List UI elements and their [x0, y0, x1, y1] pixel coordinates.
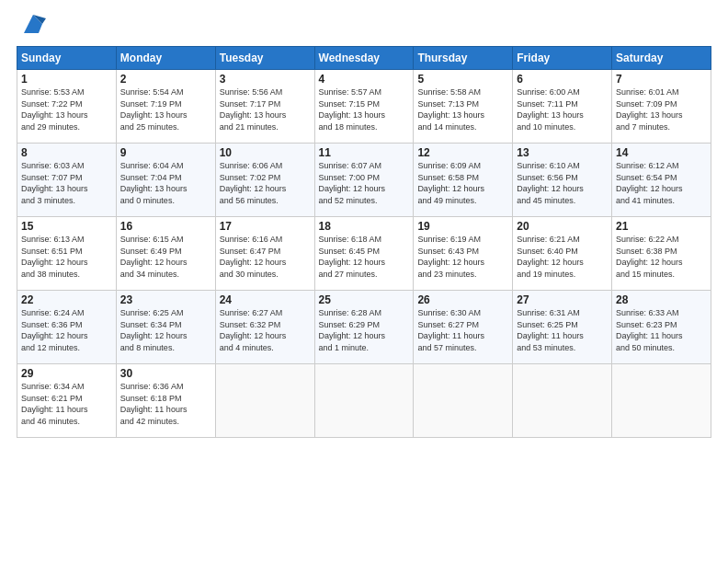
- day-number: 8: [21, 146, 112, 159]
- day-number: 16: [120, 220, 211, 233]
- logo: [17, 15, 46, 37]
- calendar-cell: [414, 364, 513, 438]
- day-number: 30: [120, 367, 211, 380]
- calendar-cell: 6Sunrise: 6:00 AMSunset: 7:11 PMDaylight…: [513, 70, 612, 144]
- day-info: Sunrise: 6:34 AMSunset: 6:21 PMDaylight:…: [21, 381, 112, 427]
- day-number: 3: [220, 73, 311, 86]
- day-info: Sunrise: 6:00 AMSunset: 7:11 PMDaylight:…: [517, 86, 608, 132]
- day-info: Sunrise: 6:24 AMSunset: 6:36 PMDaylight:…: [21, 307, 112, 353]
- day-info: Sunrise: 6:15 AMSunset: 6:49 PMDaylight:…: [120, 234, 211, 280]
- calendar-header-saturday: Saturday: [612, 47, 711, 70]
- calendar-header-thursday: Thursday: [414, 47, 513, 70]
- calendar-header-monday: Monday: [116, 47, 215, 70]
- calendar-week-2: 8Sunrise: 6:03 AMSunset: 7:07 PMDaylight…: [17, 144, 711, 217]
- calendar-cell: 4Sunrise: 5:57 AMSunset: 7:15 PMDaylight…: [314, 70, 414, 144]
- calendar-cell: 1Sunrise: 5:53 AMSunset: 7:22 PMDaylight…: [17, 70, 117, 144]
- calendar-cell: 5Sunrise: 5:58 AMSunset: 7:13 PMDaylight…: [414, 70, 513, 144]
- day-number: 29: [21, 367, 112, 380]
- day-info: Sunrise: 6:30 AMSunset: 6:27 PMDaylight:…: [417, 307, 508, 353]
- day-info: Sunrise: 6:09 AMSunset: 6:58 PMDaylight:…: [417, 160, 508, 206]
- calendar-cell: 3Sunrise: 5:56 AMSunset: 7:17 PMDaylight…: [215, 70, 314, 144]
- calendar-cell: 27Sunrise: 6:31 AMSunset: 6:25 PMDayligh…: [513, 291, 612, 364]
- calendar-cell: 17Sunrise: 6:16 AMSunset: 6:47 PMDayligh…: [215, 217, 314, 291]
- day-info: Sunrise: 6:16 AMSunset: 6:47 PMDaylight:…: [220, 234, 311, 280]
- calendar-cell: 7Sunrise: 6:01 AMSunset: 7:09 PMDaylight…: [612, 70, 711, 144]
- day-number: 17: [220, 220, 311, 233]
- day-number: 21: [616, 220, 707, 233]
- calendar-cell: 13Sunrise: 6:10 AMSunset: 6:56 PMDayligh…: [513, 144, 612, 217]
- day-number: 25: [319, 293, 410, 306]
- page-header: [17, 15, 711, 37]
- day-info: Sunrise: 5:54 AMSunset: 7:19 PMDaylight:…: [120, 86, 211, 132]
- calendar-week-5: 29Sunrise: 6:34 AMSunset: 6:21 PMDayligh…: [17, 364, 711, 438]
- day-number: 12: [417, 146, 508, 159]
- calendar-cell: 2Sunrise: 5:54 AMSunset: 7:19 PMDaylight…: [116, 70, 215, 144]
- day-number: 9: [120, 146, 211, 159]
- calendar-cell: 22Sunrise: 6:24 AMSunset: 6:36 PMDayligh…: [17, 291, 117, 364]
- calendar-header-friday: Friday: [513, 47, 612, 70]
- calendar-cell: [215, 364, 314, 438]
- calendar-cell: 16Sunrise: 6:15 AMSunset: 6:49 PMDayligh…: [116, 217, 215, 291]
- calendar-cell: 29Sunrise: 6:34 AMSunset: 6:21 PMDayligh…: [17, 364, 117, 438]
- day-number: 18: [319, 220, 410, 233]
- calendar-cell: 10Sunrise: 6:06 AMSunset: 7:02 PMDayligh…: [215, 144, 314, 217]
- day-info: Sunrise: 6:33 AMSunset: 6:23 PMDaylight:…: [616, 307, 707, 353]
- calendar-cell: 21Sunrise: 6:22 AMSunset: 6:38 PMDayligh…: [612, 217, 711, 291]
- day-info: Sunrise: 5:58 AMSunset: 7:13 PMDaylight:…: [417, 86, 508, 132]
- day-number: 24: [220, 293, 311, 306]
- calendar-cell: [314, 364, 414, 438]
- day-info: Sunrise: 6:03 AMSunset: 7:07 PMDaylight:…: [21, 160, 112, 206]
- day-number: 10: [220, 146, 311, 159]
- day-number: 22: [21, 293, 112, 306]
- day-info: Sunrise: 6:25 AMSunset: 6:34 PMDaylight:…: [120, 307, 211, 353]
- calendar-header-tuesday: Tuesday: [215, 47, 314, 70]
- calendar-table: SundayMondayTuesdayWednesdayThursdayFrid…: [17, 46, 711, 438]
- calendar-header-row: SundayMondayTuesdayWednesdayThursdayFrid…: [17, 47, 711, 70]
- day-number: 27: [517, 293, 608, 306]
- calendar-cell: 18Sunrise: 6:18 AMSunset: 6:45 PMDayligh…: [314, 217, 414, 291]
- day-info: Sunrise: 6:27 AMSunset: 6:32 PMDaylight:…: [220, 307, 311, 353]
- calendar-cell: [513, 364, 612, 438]
- day-info: Sunrise: 6:19 AMSunset: 6:43 PMDaylight:…: [417, 234, 508, 280]
- day-number: 28: [616, 293, 707, 306]
- day-info: Sunrise: 5:57 AMSunset: 7:15 PMDaylight:…: [319, 86, 410, 132]
- calendar-cell: 25Sunrise: 6:28 AMSunset: 6:29 PMDayligh…: [314, 291, 414, 364]
- day-number: 11: [319, 146, 410, 159]
- day-number: 15: [21, 220, 112, 233]
- calendar-cell: 24Sunrise: 6:27 AMSunset: 6:32 PMDayligh…: [215, 291, 314, 364]
- day-info: Sunrise: 6:12 AMSunset: 6:54 PMDaylight:…: [616, 160, 707, 206]
- day-info: Sunrise: 6:28 AMSunset: 6:29 PMDaylight:…: [319, 307, 410, 353]
- calendar-cell: 26Sunrise: 6:30 AMSunset: 6:27 PMDayligh…: [414, 291, 513, 364]
- calendar-cell: 14Sunrise: 6:12 AMSunset: 6:54 PMDayligh…: [612, 144, 711, 217]
- day-info: Sunrise: 6:36 AMSunset: 6:18 PMDaylight:…: [120, 381, 211, 427]
- day-number: 14: [616, 146, 707, 159]
- day-info: Sunrise: 6:07 AMSunset: 7:00 PMDaylight:…: [319, 160, 410, 206]
- logo-icon: [20, 11, 46, 37]
- day-info: Sunrise: 6:10 AMSunset: 6:56 PMDaylight:…: [517, 160, 608, 206]
- day-info: Sunrise: 6:22 AMSunset: 6:38 PMDaylight:…: [616, 234, 707, 280]
- day-number: 23: [120, 293, 211, 306]
- day-number: 19: [417, 220, 508, 233]
- day-number: 4: [319, 73, 410, 86]
- calendar-cell: [612, 364, 711, 438]
- calendar-header-wednesday: Wednesday: [314, 47, 414, 70]
- calendar-cell: 11Sunrise: 6:07 AMSunset: 7:00 PMDayligh…: [314, 144, 414, 217]
- day-info: Sunrise: 6:13 AMSunset: 6:51 PMDaylight:…: [21, 234, 112, 280]
- calendar-cell: 8Sunrise: 6:03 AMSunset: 7:07 PMDaylight…: [17, 144, 117, 217]
- day-number: 20: [517, 220, 608, 233]
- calendar-week-1: 1Sunrise: 5:53 AMSunset: 7:22 PMDaylight…: [17, 70, 711, 144]
- day-info: Sunrise: 5:56 AMSunset: 7:17 PMDaylight:…: [220, 86, 311, 132]
- day-info: Sunrise: 6:18 AMSunset: 6:45 PMDaylight:…: [319, 234, 410, 280]
- day-info: Sunrise: 6:04 AMSunset: 7:04 PMDaylight:…: [120, 160, 211, 206]
- calendar-cell: 19Sunrise: 6:19 AMSunset: 6:43 PMDayligh…: [414, 217, 513, 291]
- day-number: 2: [120, 73, 211, 86]
- day-info: Sunrise: 6:06 AMSunset: 7:02 PMDaylight:…: [220, 160, 311, 206]
- day-number: 7: [616, 73, 707, 86]
- day-number: 5: [417, 73, 508, 86]
- calendar-cell: 15Sunrise: 6:13 AMSunset: 6:51 PMDayligh…: [17, 217, 117, 291]
- day-number: 1: [21, 73, 112, 86]
- day-info: Sunrise: 6:01 AMSunset: 7:09 PMDaylight:…: [616, 86, 707, 132]
- calendar-cell: 30Sunrise: 6:36 AMSunset: 6:18 PMDayligh…: [116, 364, 215, 438]
- calendar-cell: 23Sunrise: 6:25 AMSunset: 6:34 PMDayligh…: [116, 291, 215, 364]
- calendar-cell: 12Sunrise: 6:09 AMSunset: 6:58 PMDayligh…: [414, 144, 513, 217]
